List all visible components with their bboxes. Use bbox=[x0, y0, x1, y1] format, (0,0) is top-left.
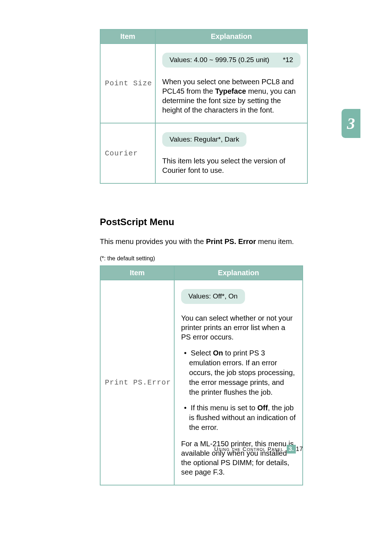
values-pill: Values: Regular*, Dark bbox=[162, 132, 246, 147]
footer-section-label: Using the Control Panel bbox=[214, 446, 283, 452]
values-text: Values: 4.00 ~ 999.75 (0.25 unit) bbox=[170, 56, 269, 64]
default-setting-footnote: (*: the default setting) bbox=[100, 255, 303, 262]
values-text: Values: Off*, On bbox=[188, 292, 238, 300]
header-item: Item bbox=[100, 29, 155, 44]
exp-courier: Values: Regular*, Dark This item lets yo… bbox=[155, 123, 307, 184]
intro-post: menu item. bbox=[256, 237, 294, 245]
item-courier: Courier bbox=[100, 123, 155, 184]
table-row: Print PS.Error Values: Off*, On You can … bbox=[100, 280, 303, 485]
table-row: Courier Values: Regular*, Dark This item… bbox=[100, 123, 307, 184]
exp-text: When you select one between PCL8 and PCL… bbox=[162, 77, 301, 115]
exp-text: This item lets you select the version of… bbox=[162, 156, 301, 175]
values-default: *12 bbox=[283, 56, 293, 65]
pcl-menu-table: Item Explanation Point Size Values: 4.00… bbox=[100, 29, 308, 184]
bullet-list: Select On to print PS 3 emulation errors… bbox=[181, 348, 296, 432]
chapter-side-tab: 3 bbox=[342, 109, 360, 138]
header-explanation: Explanation bbox=[174, 266, 303, 280]
exp-print-ps-error: Values: Off*, On You can select whether … bbox=[174, 280, 303, 485]
values-text: Values: Regular*, Dark bbox=[170, 135, 239, 143]
b2-pre: If this menu is set to bbox=[191, 404, 257, 412]
table-header-row: Item Explanation bbox=[100, 266, 303, 280]
b2-bold: Off bbox=[257, 404, 268, 412]
exp-desc1: You can select whether or not your print… bbox=[181, 313, 296, 342]
values-pill: Values: 4.00 ~ 999.75 (0.25 unit) *12 bbox=[162, 53, 301, 68]
postscript-menu-intro: This menu provides you with the Print PS… bbox=[100, 236, 303, 247]
exp-point-size: Values: 4.00 ~ 999.75 (0.25 unit) *12 Wh… bbox=[155, 44, 307, 123]
list-item: Select On to print PS 3 emulation errors… bbox=[181, 348, 296, 397]
item-print-ps-error: Print PS.Error bbox=[100, 280, 174, 485]
list-item: If this menu is set to Off, the job is f… bbox=[181, 403, 296, 432]
b1-pre: Select bbox=[191, 349, 213, 357]
header-explanation: Explanation bbox=[155, 29, 307, 44]
intro-bold: Print PS. Error bbox=[206, 237, 256, 245]
postscript-menu-heading: PostScript Menu bbox=[100, 216, 303, 228]
header-item: Item bbox=[100, 266, 174, 280]
footer-chapter-badge: 3. bbox=[287, 445, 296, 454]
item-point-size: Point Size bbox=[100, 44, 155, 123]
text-bold: Typeface bbox=[215, 87, 246, 95]
footer-dot: . bbox=[292, 446, 294, 452]
page-content: Item Explanation Point Size Values: 4.00… bbox=[100, 29, 303, 500]
table-header-row: Item Explanation bbox=[100, 29, 307, 44]
footer-page-number: 17 bbox=[296, 446, 303, 452]
footer-chapter: 3 bbox=[289, 446, 292, 452]
table-row: Point Size Values: 4.00 ~ 999.75 (0.25 u… bbox=[100, 44, 307, 123]
page-footer: Using the Control Panel 3.17 bbox=[0, 445, 392, 454]
values-pill: Values: Off*, On bbox=[181, 289, 245, 304]
intro-pre: This menu provides you with the bbox=[100, 237, 206, 245]
b1-bold: On bbox=[213, 349, 223, 357]
